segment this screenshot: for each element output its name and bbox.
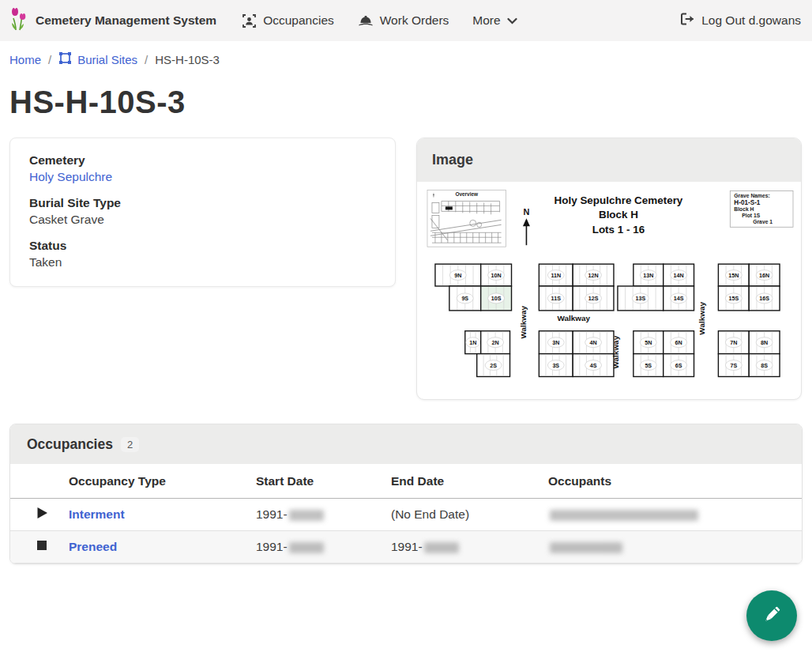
nav-item-work-orders[interactable]: Work Orders bbox=[358, 13, 449, 28]
lot-label: 4N bbox=[590, 340, 597, 346]
start-date-cell: 1991- bbox=[246, 538, 382, 556]
map-lot-8S[interactable]: 8S bbox=[749, 354, 780, 377]
map-lot-8N[interactable]: 8N bbox=[749, 331, 780, 354]
logout-button[interactable]: Log Out d.gowans bbox=[680, 12, 801, 29]
nav-item-label: Occupancies bbox=[263, 13, 334, 28]
map-lot-3N[interactable]: 3N bbox=[539, 331, 573, 354]
map-lot-12N[interactable]: 12N bbox=[573, 264, 614, 286]
lot-label: 6S bbox=[675, 363, 682, 369]
cemetery-block-map[interactable]: Overview bbox=[424, 185, 794, 386]
map-lot-10N[interactable]: 10N bbox=[481, 264, 512, 286]
map-title: Holy Sepulchre Cemetery Block H Lots 1 -… bbox=[554, 194, 683, 236]
map-legend: Grave Names: H-01-S-1 Block H Plot 1S Gr… bbox=[730, 191, 793, 228]
lot-label: 3N bbox=[552, 340, 559, 346]
map-lot-16S[interactable]: 16S bbox=[749, 286, 780, 311]
map-lot-2S[interactable]: 2S bbox=[477, 354, 510, 377]
map-lot-4N[interactable]: 4N bbox=[573, 331, 614, 354]
chevron-down-icon bbox=[507, 17, 517, 25]
nav-item-more[interactable]: More bbox=[472, 13, 517, 28]
lot-label: 10N bbox=[491, 273, 502, 279]
lot-label: 13N bbox=[643, 273, 653, 279]
header-cell-occupancy-type: Occupancy Type bbox=[59, 473, 246, 490]
map-lot-11N[interactable]: 11N bbox=[539, 264, 573, 286]
occupancies-count-badge: 2 bbox=[121, 437, 139, 452]
cemetery-link[interactable]: Holy Sepulchre bbox=[29, 170, 112, 183]
occupancies-header: Occupancies 2 bbox=[10, 424, 802, 464]
edit-fab-button[interactable] bbox=[746, 590, 797, 641]
brand-title: Cemetery Management System bbox=[36, 13, 216, 28]
field-value: Casket Grave bbox=[29, 213, 376, 227]
redacted-text bbox=[289, 510, 324, 521]
occupancy-row: Preneed1991-1991- bbox=[10, 531, 802, 564]
map-lot-10S[interactable]: 10S bbox=[481, 286, 512, 311]
map-lot-16N[interactable]: 16N bbox=[749, 264, 780, 286]
redacted-text bbox=[550, 510, 698, 521]
lot-label: 3S bbox=[552, 363, 559, 369]
lot-label: 8S bbox=[761, 363, 768, 369]
lot-label: 10S bbox=[491, 296, 502, 302]
map-lot-9N[interactable]: 9N bbox=[435, 264, 481, 286]
map-lot-3S[interactable]: 3S bbox=[539, 354, 573, 377]
lot-label: 14S bbox=[674, 296, 684, 302]
work-orders-icon bbox=[358, 14, 374, 28]
map-lot-6N[interactable]: 6N bbox=[664, 331, 694, 354]
nav-item-label: More bbox=[472, 13, 500, 28]
lot-label: 5N bbox=[645, 340, 652, 346]
page-title: HS-H-10S-3 bbox=[9, 85, 803, 120]
end-date-cell: (No End Date) bbox=[382, 506, 539, 523]
play-icon bbox=[36, 507, 48, 522]
map-lot-5N[interactable]: 5N bbox=[633, 331, 664, 354]
breadcrumb-home-link[interactable]: Home bbox=[9, 53, 41, 66]
walkway-label: Walkway bbox=[557, 314, 590, 322]
breadcrumb-current: HS-H-10S-3 bbox=[155, 53, 220, 66]
lot-label: 5S bbox=[645, 363, 652, 369]
map-lot-11S[interactable]: 11S bbox=[539, 286, 573, 311]
occupancy-type-link[interactable]: Interment bbox=[69, 507, 125, 521]
lot-label: 11S bbox=[551, 296, 562, 302]
svg-text:H-01-S-1: H-01-S-1 bbox=[734, 199, 761, 206]
field-label: Burial Site Type bbox=[29, 196, 376, 210]
svg-text:Grave 1: Grave 1 bbox=[753, 219, 773, 224]
occupancies-panel: Occupancies 2 Occupancy Type Start Date … bbox=[9, 424, 803, 564]
lot-label: 9N bbox=[454, 273, 461, 279]
map-lot-12S[interactable]: 12S bbox=[573, 286, 614, 311]
walkway-label: Walkway bbox=[697, 302, 706, 335]
walkway-label: Walkway bbox=[611, 335, 620, 368]
map-lot-15S[interactable]: 15S bbox=[718, 286, 749, 311]
lot-label: 14N bbox=[674, 273, 684, 279]
redacted-text bbox=[289, 542, 324, 553]
map-lot-9S[interactable]: 9S bbox=[449, 286, 481, 311]
map-lot-13N[interactable]: 13N bbox=[633, 264, 664, 286]
svg-text:N: N bbox=[523, 207, 529, 217]
occupancy-status-cell bbox=[10, 505, 59, 524]
occupants-cell bbox=[539, 538, 802, 556]
occupancies-icon bbox=[242, 13, 257, 28]
map-lot-15N[interactable]: 15N bbox=[718, 264, 749, 286]
map-lot-7S[interactable]: 7S bbox=[718, 354, 749, 377]
brand[interactable]: Cemetery Management System bbox=[11, 7, 216, 34]
nav-item-occupancies[interactable]: Occupancies bbox=[242, 13, 334, 28]
map-lot-4S[interactable]: 4S bbox=[573, 354, 614, 377]
redacted-text bbox=[550, 542, 622, 553]
occupants-cell bbox=[539, 506, 802, 523]
occupancy-type-link[interactable]: Preneed bbox=[69, 540, 117, 553]
field-label: Status bbox=[29, 239, 376, 253]
map-lot-13S[interactable]: 13S bbox=[618, 286, 664, 311]
header-cell-occupants: Occupants bbox=[539, 473, 802, 490]
pencil-icon bbox=[761, 604, 783, 628]
map-lot-14N[interactable]: 14N bbox=[664, 264, 694, 286]
lot-label: 7N bbox=[730, 340, 737, 346]
breadcrumb-burial-sites-link[interactable]: Burial Sites bbox=[58, 51, 137, 67]
map-lot-5S[interactable]: 5S bbox=[633, 354, 664, 377]
svg-text:Block H: Block H bbox=[599, 209, 638, 221]
lot-label: 2S bbox=[490, 363, 497, 369]
map-lot-2N[interactable]: 2N bbox=[481, 331, 510, 354]
map-lot-1N[interactable]: 1N bbox=[465, 331, 481, 354]
lot-label: 4S bbox=[590, 363, 597, 369]
walkway-label: Walkway bbox=[519, 306, 528, 339]
field-label: Cemetery bbox=[29, 153, 376, 168]
map-lot-7N[interactable]: 7N bbox=[718, 331, 749, 354]
map-lot-14S[interactable]: 14S bbox=[664, 286, 694, 311]
occupancies-table: Occupancy Type Start Date End Date Occup… bbox=[10, 464, 802, 564]
map-lot-6S[interactable]: 6S bbox=[664, 354, 694, 377]
